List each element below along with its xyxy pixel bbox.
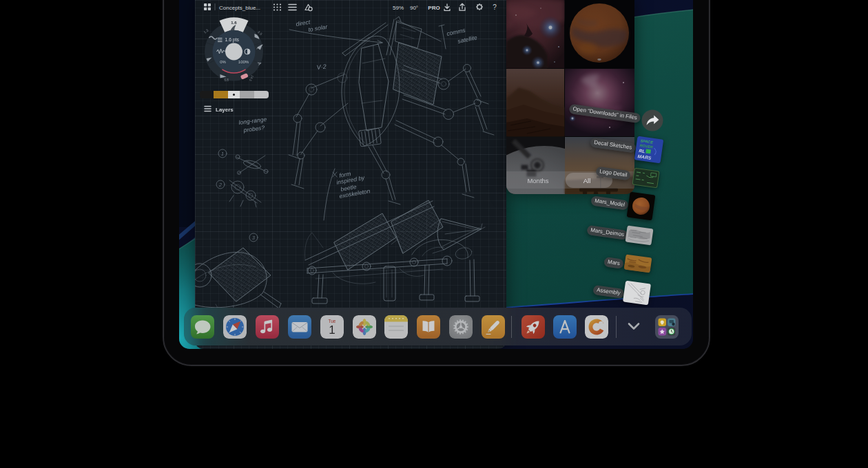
svg-text:Months: Months <box>527 177 548 184</box>
svg-text:6.8: 6.8 <box>225 78 229 82</box>
svg-text:comms: comms <box>446 26 466 37</box>
svg-text:100%: 100% <box>238 60 249 64</box>
svg-text:Concepts_blue...: Concepts_blue... <box>219 5 260 11</box>
svg-text:MARS: MARS <box>637 153 652 160</box>
svg-text:3: 3 <box>252 235 255 240</box>
svg-text:to solar: to solar <box>308 23 329 33</box>
svg-text:2: 2 <box>218 182 222 187</box>
svg-text:Tue: Tue <box>329 319 336 323</box>
svg-text:All: All <box>583 177 591 184</box>
svg-text:PRO: PRO <box>428 5 440 11</box>
svg-text:probes?: probes? <box>242 124 265 134</box>
svg-text:1.6: 1.6 <box>231 21 237 25</box>
svg-text:satellite: satellite <box>457 34 478 45</box>
svg-text:Layers: Layers <box>216 107 234 113</box>
svg-text:1.3: 1.3 <box>203 28 209 34</box>
svg-text:0%: 0% <box>220 60 226 64</box>
svg-text:90°: 90° <box>410 5 418 11</box>
svg-text:V·2: V·2 <box>316 63 327 71</box>
svg-text:RL: RL <box>639 148 645 153</box>
svg-text:?: ? <box>493 3 497 11</box>
svg-text:1.6 pts: 1.6 pts <box>225 37 240 43</box>
svg-text:1: 1 <box>329 323 335 337</box>
svg-text:59%: 59% <box>393 5 404 11</box>
svg-text:1: 1 <box>221 151 224 156</box>
